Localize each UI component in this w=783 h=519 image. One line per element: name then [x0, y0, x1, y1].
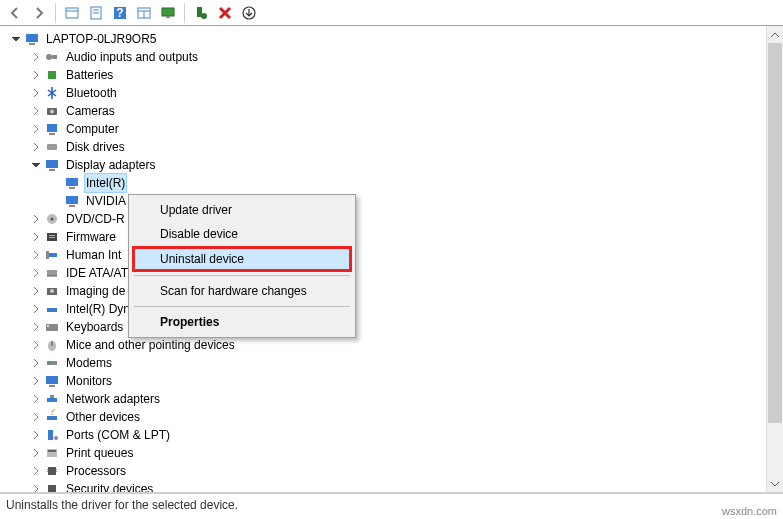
back-button[interactable]: [4, 2, 26, 24]
svg-rect-25: [46, 160, 58, 168]
monitor-button[interactable]: [157, 2, 179, 24]
svg-rect-49: [46, 376, 58, 384]
tree-category[interactable]: Mice and other pointing devices: [6, 336, 766, 354]
expand-icon[interactable]: [30, 159, 42, 171]
tree-category[interactable]: Processors: [6, 462, 766, 480]
expand-icon[interactable]: [30, 231, 42, 243]
expand-icon[interactable]: [30, 105, 42, 117]
tree-category[interactable]: Bluetooth: [6, 84, 766, 102]
svg-point-56: [54, 436, 58, 440]
expand-icon[interactable]: [30, 321, 42, 333]
ctx-disable-device[interactable]: Disable device: [132, 222, 352, 246]
tree-label: Display adapters: [64, 156, 157, 174]
device-icon: [44, 49, 60, 65]
tree-category[interactable]: Ports (COM & LPT): [6, 426, 766, 444]
expand-icon[interactable]: [30, 69, 42, 81]
device-tree[interactable]: LAPTOP-0LJR9OR5Audio inputs and outputsB…: [0, 26, 766, 492]
expand-icon[interactable]: [30, 429, 42, 441]
tree-device[interactable]: Intel(R): [6, 174, 766, 192]
expand-icon[interactable]: [30, 51, 42, 63]
expand-icon[interactable]: [30, 249, 42, 261]
device-icon: [44, 319, 60, 335]
tree-label: Imaging de: [64, 282, 127, 300]
ctx-update-driver[interactable]: Update driver: [132, 198, 352, 222]
tree-label: Monitors: [64, 372, 114, 390]
tree-label: Print queues: [64, 444, 135, 462]
forward-button[interactable]: [28, 2, 50, 24]
tree-category[interactable]: Batteries: [6, 66, 766, 84]
scroll-thumb[interactable]: [768, 43, 782, 423]
ctx-scan-hardware[interactable]: Scan for hardware changes: [132, 279, 352, 303]
expand-icon[interactable]: [10, 33, 22, 45]
ctx-uninstall-device[interactable]: Uninstall device: [132, 246, 352, 272]
device-icon: [44, 427, 60, 443]
expand-icon[interactable]: [30, 339, 42, 351]
tree-category[interactable]: Audio inputs and outputs: [6, 48, 766, 66]
tree-category[interactable]: Monitors: [6, 372, 766, 390]
status-text: Uninstalls the driver for the selected d…: [6, 498, 238, 512]
tree-category[interactable]: DVD/CD-R: [6, 210, 766, 228]
svg-rect-64: [48, 485, 56, 492]
expand-icon[interactable]: [30, 285, 42, 297]
enable-button[interactable]: [190, 2, 212, 24]
expand-icon[interactable]: [30, 411, 42, 423]
tree-label: Other devices: [64, 408, 142, 426]
tree-category[interactable]: Display adapters: [6, 156, 766, 174]
expand-icon[interactable]: [30, 303, 42, 315]
tree-category[interactable]: Cameras: [6, 102, 766, 120]
svg-rect-10: [162, 8, 174, 16]
tree-category[interactable]: Security devices: [6, 480, 766, 492]
svg-point-32: [51, 218, 54, 221]
view-button[interactable]: [61, 2, 83, 24]
scroll-down-icon[interactable]: [767, 475, 783, 492]
cancel-button[interactable]: [214, 2, 236, 24]
expand-icon[interactable]: [30, 213, 42, 225]
properties-button[interactable]: [85, 2, 107, 24]
tree-category[interactable]: Disk drives: [6, 138, 766, 156]
svg-rect-52: [50, 395, 54, 398]
ctx-properties[interactable]: Properties: [132, 310, 352, 334]
tree-category[interactable]: Keyboards: [6, 318, 766, 336]
tree-category[interactable]: Intel(R) Dynamic Platform and Thermal Fr…: [6, 300, 766, 318]
tree-category[interactable]: Computer: [6, 120, 766, 138]
tree-category[interactable]: Firmware: [6, 228, 766, 246]
expand-icon[interactable]: [30, 123, 42, 135]
tree-category[interactable]: Imaging de: [6, 282, 766, 300]
tree-label: Audio inputs and outputs: [64, 48, 200, 66]
expand-icon[interactable]: [30, 483, 42, 492]
expand-icon[interactable]: [30, 393, 42, 405]
watermark: wsxdn.com: [722, 505, 777, 517]
tree-category[interactable]: Human Int: [6, 246, 766, 264]
tree-category[interactable]: Print queues: [6, 444, 766, 462]
tree-category[interactable]: IDE ATA/AT: [6, 264, 766, 282]
tree-label: Processors: [64, 462, 128, 480]
refresh-button[interactable]: [133, 2, 155, 24]
svg-rect-38: [47, 270, 57, 276]
expand-icon[interactable]: [30, 141, 42, 153]
expand-icon[interactable]: [50, 177, 62, 189]
svg-rect-28: [69, 187, 75, 189]
tree-label: NVIDIA: [84, 192, 128, 210]
expand-icon[interactable]: [50, 195, 62, 207]
help-button[interactable]: ?: [109, 2, 131, 24]
tree-category[interactable]: ?Other devices: [6, 408, 766, 426]
vertical-scrollbar[interactable]: [766, 26, 783, 492]
expand-icon[interactable]: [30, 447, 42, 459]
tree-label: Human Int: [64, 246, 123, 264]
expand-icon[interactable]: [30, 375, 42, 387]
expand-icon[interactable]: [30, 87, 42, 99]
tree-device[interactable]: NVIDIA: [6, 192, 766, 210]
device-icon: [44, 337, 60, 353]
scroll-up-icon[interactable]: [767, 26, 783, 43]
download-button[interactable]: [238, 2, 260, 24]
svg-point-48: [48, 362, 50, 364]
tree-root[interactable]: LAPTOP-0LJR9OR5: [6, 30, 766, 48]
device-icon: ?: [44, 409, 60, 425]
tree-category[interactable]: Network adapters: [6, 390, 766, 408]
expand-icon[interactable]: [30, 357, 42, 369]
tree-category[interactable]: Modems: [6, 354, 766, 372]
expand-icon[interactable]: [30, 267, 42, 279]
tree-label: Ports (COM & LPT): [64, 426, 172, 444]
svg-rect-60: [47, 469, 48, 470]
expand-icon[interactable]: [30, 465, 42, 477]
